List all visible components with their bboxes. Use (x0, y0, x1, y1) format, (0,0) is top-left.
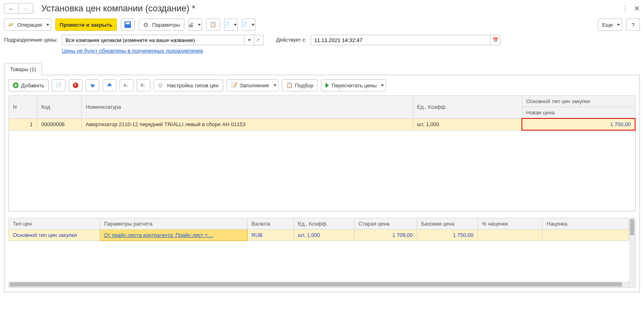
calendar-icon (492, 37, 499, 43)
col-nomenclature[interactable]: Номенклатура (82, 96, 413, 119)
cell-nomenclature[interactable]: Амортизатор 2110-12 передний TRIALLI лев… (82, 118, 413, 130)
table-row[interactable]: 1 00000006 Амортизатор 2110-12 передний … (9, 118, 636, 130)
chevron-down-icon (381, 84, 384, 87)
col-n[interactable]: N (9, 96, 37, 119)
cell-new-price[interactable]: 1 750,00 (522, 118, 635, 130)
recalc-button[interactable]: Пересчитать цены (321, 79, 386, 91)
effective-from-input[interactable] (310, 35, 491, 45)
cell-unit-coef[interactable]: шт, 1,000 (294, 230, 355, 241)
add-row-button[interactable]: Добавить (8, 79, 49, 91)
col-markup-pct[interactable]: % наценки (478, 218, 543, 230)
cell-markup-pct[interactable] (478, 230, 543, 241)
col-calc-params[interactable]: Параметры расчета (100, 218, 247, 230)
tab-goods[interactable]: Товары (1) (4, 63, 42, 75)
cell-code[interactable]: 00000006 (37, 118, 82, 130)
more-button[interactable]: Еще (598, 19, 622, 31)
cell-n[interactable]: 1 (9, 118, 37, 130)
col-old-price[interactable]: Старая цена (355, 218, 417, 230)
effective-from-calendar-button[interactable] (491, 35, 500, 45)
recalc-label: Пересчитать цены (332, 82, 377, 89)
add-from-doc-button[interactable] (52, 79, 65, 91)
cell-old-price[interactable]: 1 709,00 (355, 230, 417, 241)
print-icon (188, 21, 194, 28)
goods-table[interactable]: N Код Номенклатура Ед., Коэфф. Основной … (8, 95, 636, 131)
print-button[interactable] (188, 19, 202, 31)
delete-row-button[interactable] (69, 79, 82, 91)
col-unit-coef[interactable]: Ед., Коэфф. (294, 218, 355, 230)
sort-az-icon (123, 82, 130, 89)
save-button[interactable] (121, 19, 135, 31)
operation-button[interactable]: Операция (4, 19, 51, 31)
price-calc-table[interactable]: Тип цен Параметры расчета Валюта Ед., Ко… (8, 218, 629, 241)
play-icon (325, 83, 329, 88)
subdivision-open-button[interactable] (254, 35, 264, 45)
cell-unit-coef[interactable]: шт, 1,000 (413, 118, 522, 130)
pick-label: Подбор (295, 82, 314, 89)
goods-table-empty-area[interactable] (8, 131, 636, 211)
price-types-label: Настройка типов цен (167, 82, 218, 89)
arrow-right-icon (23, 5, 29, 12)
nav-back-button[interactable] (4, 3, 19, 14)
sort-az-button[interactable] (120, 79, 133, 91)
close-icon[interactable]: ✕ (634, 4, 640, 13)
copy-icon (210, 21, 216, 28)
x-icon (73, 82, 78, 88)
chevron-down-icon (198, 24, 201, 26)
chevron-down-icon (46, 24, 49, 26)
cell-currency[interactable]: RUB (247, 230, 294, 241)
col-currency[interactable]: Валюта (247, 218, 294, 230)
col-price-type[interactable]: Основной тип цен закупки (522, 96, 635, 107)
plus-doc-icon (55, 82, 62, 89)
move-up-button[interactable] (103, 79, 116, 91)
effective-from-field[interactable] (310, 35, 500, 45)
operation-icon (8, 21, 15, 28)
horizontal-scrollbar[interactable] (8, 281, 629, 288)
copy-button[interactable] (206, 19, 220, 31)
fill-button[interactable]: Заполнение (226, 79, 279, 91)
col-markup[interactable]: Наценка (543, 218, 629, 230)
target-icon (158, 82, 165, 89)
fill-label: Заполнение (240, 82, 269, 89)
vertical-scrollbar[interactable] (629, 218, 636, 288)
arrow-down-icon (90, 84, 95, 88)
plus-icon (13, 82, 19, 88)
help-button[interactable]: ? (626, 19, 640, 31)
scrollbar-thumb[interactable] (10, 282, 622, 287)
scrollbar-thumb[interactable] (630, 219, 634, 235)
add-row-label: Добавить (21, 82, 44, 89)
col-base-price[interactable]: Базовая цена (417, 218, 478, 230)
arrow-up-icon (107, 83, 112, 86)
sort-za-icon (140, 82, 147, 89)
more-label: Еще (602, 22, 613, 28)
cell-price-type[interactable]: Основной тип цен закупки (9, 230, 100, 241)
nav-forward-button[interactable] (19, 3, 33, 14)
fill-icon (231, 82, 237, 89)
pick-button[interactable]: Подбор (282, 79, 318, 91)
chevron-down-icon (251, 24, 255, 26)
move-down-button[interactable] (86, 79, 99, 91)
chevron-down-icon (234, 24, 237, 26)
subdivision-input[interactable] (62, 35, 245, 45)
arrow-left-icon (8, 5, 15, 12)
kebab-menu-icon[interactable]: ⋮ (622, 5, 628, 13)
cell-calc-params[interactable]: От прайс-листа контрагента: Прайс-лист <… (100, 230, 247, 241)
price-types-button[interactable]: Настройка типов цен (154, 79, 223, 91)
export-button[interactable] (242, 19, 255, 31)
post-and-close-button[interactable]: Провести и закрыть (55, 19, 117, 31)
parameters-button[interactable]: Параметры (139, 19, 184, 31)
chevron-down-icon (248, 39, 251, 41)
subdivision-dropdown-button[interactable] (245, 35, 254, 45)
col-price-type[interactable]: Тип цен (9, 218, 100, 230)
col-code[interactable]: Код (37, 96, 82, 119)
col-unit-coef[interactable]: Ед., Коэфф. (413, 96, 522, 119)
col-new-price[interactable]: Новая цена (522, 107, 635, 119)
doc-in-icon (223, 21, 230, 28)
sort-za-button[interactable] (137, 79, 150, 91)
create-based-on-button[interactable] (224, 19, 238, 31)
subdivision-field[interactable] (62, 35, 264, 45)
cell-base-price[interactable]: 1 750,00 (417, 230, 478, 241)
table-row[interactable]: Основной тип цен закупки От прайс-листа … (9, 230, 629, 241)
chevron-down-icon (617, 24, 620, 26)
prices-note-link[interactable]: Цены не будут обновлены в подчиненных по… (62, 48, 264, 54)
cell-markup[interactable] (543, 230, 629, 241)
